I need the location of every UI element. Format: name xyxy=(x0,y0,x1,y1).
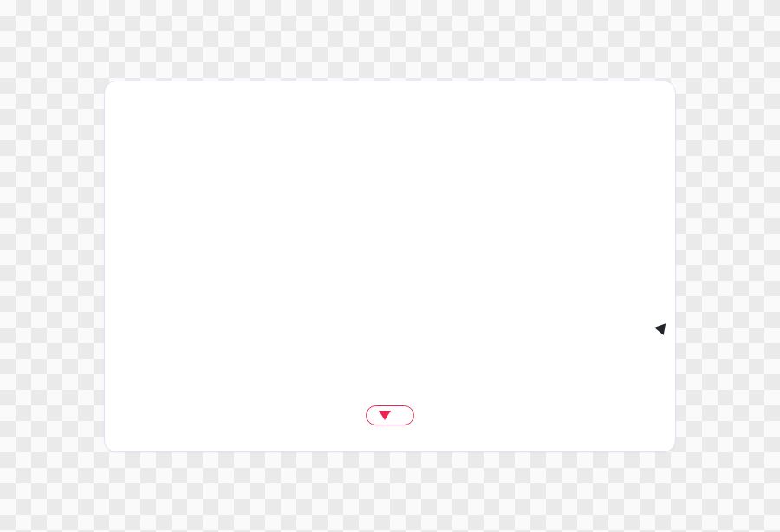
max-marker-icon xyxy=(653,321,666,335)
gauge-card xyxy=(104,81,676,452)
gauge-svg xyxy=(133,111,649,397)
gauge xyxy=(133,111,649,397)
down-arrow-icon xyxy=(379,411,391,420)
delta-badge xyxy=(366,405,414,425)
